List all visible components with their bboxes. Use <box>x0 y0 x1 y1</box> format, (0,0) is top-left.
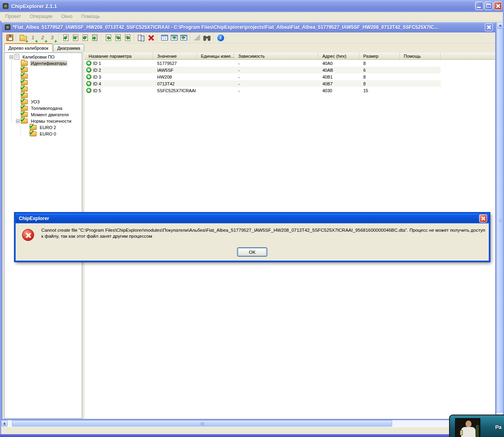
tree-item[interactable] <box>4 79 82 86</box>
tree-item-toxicity[interactable]: Нормы токсичности <box>4 118 82 124</box>
column-header-dependency[interactable]: Зависимость <box>234 53 318 59</box>
tab-diagram[interactable]: Диаграмма <box>53 44 84 52</box>
dialog-title: ChipExplorer <box>19 216 49 221</box>
photo-bottle <box>476 425 479 437</box>
horizontal-scroll-thumb[interactable] <box>12 420 392 427</box>
tabbar: Дерево калибровок Диаграмма <box>2 43 495 52</box>
menu-project[interactable]: Проект <box>5 14 21 19</box>
scroll-left-button[interactable] <box>1 420 8 427</box>
plus-circle-icon <box>86 74 91 79</box>
toolbar-separator <box>134 34 135 42</box>
table-row-id4[interactable]: ID 4 0713T42 - 40B7 8 <box>85 80 441 87</box>
tree-item-euro2[interactable]: EURO 2 <box>4 124 82 131</box>
tree-item[interactable] <box>4 86 82 92</box>
document-title: *Fiat_Albea_51779527_IAW5SF_HW208_0713T4… <box>13 24 438 30</box>
plus-circle-icon <box>86 67 91 73</box>
table-row-id5[interactable]: ID 5 5SFC525X7ICRAAI - 4030 15 <box>85 87 441 94</box>
tree-item[interactable] <box>4 67 82 73</box>
table-icon <box>180 35 187 40</box>
import-bin-button[interactable]: bin <box>113 33 123 42</box>
menu-help[interactable]: Помощь <box>81 14 100 19</box>
export-dta-button[interactable]: dta <box>80 33 90 42</box>
tree-item-fuel[interactable]: Топливоподача <box>4 105 82 111</box>
app-chip-icon <box>3 3 8 9</box>
error-icon <box>22 229 34 241</box>
column-header-name[interactable]: Название параметра <box>85 53 153 59</box>
minimize-button[interactable] <box>475 2 484 10</box>
table-row-id2[interactable]: ID 2 IAW5SF - 40AB 6 <box>85 67 441 73</box>
folder-checked-icon <box>30 125 36 130</box>
tree-item-euro0[interactable]: EURO 0 <box>4 131 82 137</box>
column-header-size[interactable]: Размер <box>359 53 400 59</box>
notification-popup[interactable]: Ра <box>449 415 504 437</box>
dialog-close-button[interactable] <box>479 214 487 223</box>
collapse-icon[interactable] <box>10 55 13 59</box>
column-header-address[interactable]: Адрес (hex) <box>318 53 359 59</box>
export-bin-button[interactable]: bin <box>71 33 80 42</box>
maximize-button[interactable] <box>484 2 493 10</box>
contact-photo <box>455 418 480 437</box>
compare-button[interactable] <box>136 33 146 42</box>
table-row-id1[interactable]: ID 1 51779527 - 40A0 8 <box>85 60 441 67</box>
ramp-button[interactable] <box>192 33 202 42</box>
close-button[interactable] <box>494 2 502 10</box>
tree-item-identifiers[interactable]: Идентификаторы <box>4 60 82 67</box>
document-titlebar[interactable]: *Fiat_Albea_51779527_IAW5SF_HW208_0713T4… <box>2 22 495 32</box>
menu-operations[interactable]: Операции <box>30 14 53 19</box>
folder-checked-icon <box>21 74 28 79</box>
table-view-button[interactable] <box>160 33 169 42</box>
export-arrow-icon <box>63 36 69 40</box>
open-buffer-2-button[interactable]: 2+ <box>38 33 47 42</box>
save-button[interactable] <box>5 33 14 42</box>
tree-item[interactable] <box>4 92 82 99</box>
toolbar-separator <box>213 34 214 42</box>
close-icon <box>496 4 500 8</box>
table-icon <box>161 35 168 40</box>
scroll-up-button[interactable] <box>497 22 503 28</box>
vertical-scrollbar[interactable] <box>496 22 503 420</box>
collapse-icon[interactable] <box>16 119 20 123</box>
table-export-button[interactable] <box>169 33 179 42</box>
column-header-value[interactable]: Значение <box>153 53 197 59</box>
tree-item-uoz[interactable]: УОЗ <box>4 99 82 105</box>
horizontal-scrollbar[interactable] <box>1 420 503 427</box>
open-project-button[interactable]: + <box>18 33 28 42</box>
compare-icon <box>138 35 144 40</box>
table-icon <box>171 35 178 40</box>
open-buffer-3-button[interactable]: 3+ <box>47 33 57 42</box>
info-button[interactable]: i <box>216 33 225 42</box>
table-row-id3[interactable]: ID 3 HW208 - 40B1 8 <box>85 73 441 80</box>
tree-item-torque[interactable]: Момент двигателя <box>4 111 82 118</box>
import-cs-button[interactable]: cs <box>103 33 113 42</box>
table-import-button[interactable] <box>179 33 188 42</box>
tab-calibration-tree[interactable]: Дерево калибровок <box>4 43 53 52</box>
search-button[interactable] <box>202 33 212 42</box>
open-buffer-1-button[interactable]: 1+ <box>28 33 38 42</box>
vertical-scroll-thumb[interactable] <box>497 28 503 413</box>
document-close-button[interactable] <box>485 23 493 31</box>
ok-button[interactable]: OK <box>237 247 267 257</box>
photo-person-shirt <box>461 427 476 437</box>
column-header-units[interactable]: Единицы изме... <box>197 53 234 59</box>
export-arrow-icon <box>172 36 178 40</box>
column-header-help[interactable]: Помощь <box>400 53 441 59</box>
delete-button[interactable] <box>146 33 156 42</box>
menu-window[interactable]: Окно <box>61 14 73 19</box>
dialog-titlebar[interactable]: ChipExplorer <box>16 214 489 223</box>
main-titlebar[interactable]: ChipExplorer 2.1.1 <box>0 0 504 12</box>
export-file-button[interactable] <box>90 33 99 42</box>
file-icon <box>92 34 97 41</box>
import-dta-button[interactable]: dta <box>123 33 132 42</box>
chipexplorer-app: ChipExplorer 2.1.1 Проект Операции Окно … <box>0 0 504 437</box>
tree-root[interactable]: Калибровки ПО <box>4 54 82 60</box>
export-ofi-button[interactable]: ofi <box>61 33 71 42</box>
error-dialog: ChipExplorer Cannot create file "C:\Prog… <box>14 212 490 262</box>
binoculars-icon <box>203 36 211 41</box>
folder-checked-icon <box>21 99 28 104</box>
folder-checked-icon <box>21 119 28 123</box>
document-chip-icon <box>5 24 10 30</box>
dialog-message: Cannot create file "C:\Program Files\Chi… <box>41 227 487 239</box>
toolbar-separator <box>157 34 158 42</box>
tree-item[interactable] <box>4 73 82 79</box>
delete-x-icon <box>148 34 154 41</box>
